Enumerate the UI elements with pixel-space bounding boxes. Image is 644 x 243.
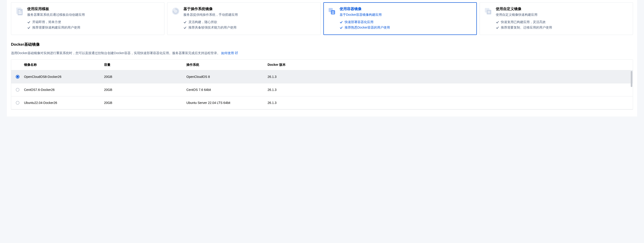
option-sub: 使用自定义镜像快速构建应用 — [496, 13, 629, 17]
cell-capacity: 20GB — [104, 88, 186, 92]
section-desc: 选用Docker基础镜像对实例进行重装系统时，您可以直接通过控制台创建Docke… — [11, 51, 633, 55]
cell-version: 26.1.3 — [268, 75, 628, 79]
os-icon — [171, 7, 180, 16]
header-name: 镜像名称 — [24, 63, 104, 67]
option-title: 基于操作系统镜像 — [184, 7, 317, 11]
feature-text: 推荐需要快速构建应用的用户使用 — [32, 25, 80, 30]
option-body: 基于操作系统镜像 服务器提供纯操作系统，手动搭建应用 灵活构建，随心所欲 推荐具… — [184, 7, 317, 31]
option-container-image[interactable]: 使用容器镜像 基于Docker容器镜像构建应用 快速部署容器化应用 推荐熟悉Do… — [323, 2, 477, 35]
custom-icon — [484, 7, 492, 16]
table-header: 镜像名称 容量 操作系统 Docker 版本 — [11, 60, 633, 70]
feature-item: 推荐熟悉Docker容器的用户使用 — [340, 25, 473, 30]
cell-name: CentOS7.6-Docker26 — [24, 88, 104, 92]
option-title: 使用容器镜像 — [340, 7, 473, 11]
feature-text: 推荐需要复制、迁移应用的用户使用 — [501, 25, 552, 30]
check-icon — [27, 26, 30, 29]
section-title: Docker基础镜像 — [11, 42, 633, 47]
template-icon — [15, 7, 24, 16]
cell-capacity: 20GB — [104, 101, 186, 105]
desc-text: 选用Docker基础镜像对实例进行重装系统时，您可以直接通过控制台创建Docke… — [11, 51, 220, 55]
option-body: 使用容器镜像 基于Docker容器镜像构建应用 快速部署容器化应用 推荐熟悉Do… — [340, 7, 473, 31]
option-sub: 基于Docker容器镜像构建应用 — [340, 13, 473, 17]
check-icon — [340, 20, 343, 24]
check-icon — [184, 20, 186, 24]
option-title: 使用自定义镜像 — [496, 7, 629, 11]
option-body: 使用自定义镜像 使用自定义镜像快速构建应用 快速复用已构建应用，灵活高效 推荐需… — [496, 7, 629, 31]
svg-rect-3 — [18, 12, 22, 12]
header-capacity: 容量 — [104, 63, 186, 67]
feature-item: 推荐需要复制、迁移应用的用户使用 — [496, 25, 629, 30]
svg-rect-10 — [333, 11, 334, 12]
scrollbar-thumb[interactable] — [631, 71, 632, 87]
radio-selected[interactable] — [16, 75, 20, 79]
header-docker-version: Docker 版本 — [268, 63, 628, 67]
feature-text: 灵活构建，随心所欲 — [188, 20, 217, 24]
svg-rect-11 — [332, 13, 333, 14]
option-sub: 服务器重装系统后通过模板自动创建应用 — [27, 13, 160, 17]
cell-name: Ubuntu22.04-Docker26 — [24, 101, 104, 105]
feature-text: 推荐具备较强技术能力的用户使用 — [188, 25, 236, 30]
check-icon — [496, 26, 499, 29]
option-title: 使用应用模板 — [27, 7, 160, 11]
cell-capacity: 20GB — [104, 75, 186, 79]
table-row[interactable]: CentOS7.6-Docker26 20GB CentOS 7.6 64bit… — [11, 83, 633, 96]
external-link-icon — [235, 51, 238, 55]
radio-unselected[interactable] — [16, 101, 20, 105]
feature-item: 推荐需要快速构建应用的用户使用 — [27, 25, 160, 30]
svg-rect-8 — [331, 10, 335, 14]
svg-rect-12 — [333, 13, 334, 14]
docker-image-table: 镜像名称 容量 操作系统 Docker 版本 OpenCloudOS8-Dock… — [11, 59, 633, 110]
option-app-template[interactable]: 使用应用模板 服务器重装系统后通过模板自动创建应用 开箱即用，简单方便 推荐需要… — [11, 2, 164, 35]
feature-item: 快速复用已构建应用，灵活高效 — [496, 20, 629, 24]
table-row[interactable]: Ubuntu22.04-Docker26 20GB Ubuntu Server … — [11, 96, 633, 109]
feature-item: 灵活构建，随心所欲 — [184, 20, 317, 24]
radio-unselected[interactable] — [16, 88, 20, 92]
cell-os: CentOS 7.6 64bit — [186, 88, 268, 92]
feature-item: 开箱即用，简单方便 — [27, 20, 160, 24]
feature-text: 快速复用已构建应用，灵活高效 — [501, 20, 546, 24]
link-text: 如何使用 — [221, 51, 234, 55]
check-icon — [27, 20, 30, 24]
header-os: 操作系统 — [186, 63, 268, 67]
check-icon — [184, 26, 186, 29]
option-os-image[interactable]: 基于操作系统镜像 服务器提供纯操作系统，手动搭建应用 灵活构建，随心所欲 推荐具… — [167, 2, 321, 35]
cell-name: OpenCloudOS8-Docker26 — [24, 75, 104, 79]
option-body: 使用应用模板 服务器重装系统后通过模板自动创建应用 开箱即用，简单方便 推荐需要… — [27, 7, 160, 31]
image-options-row: 使用应用模板 服务器重装系统后通过模板自动创建应用 开箱即用，简单方便 推荐需要… — [11, 2, 633, 35]
feature-text: 开箱即用，简单方便 — [32, 20, 61, 24]
main-panel: 使用应用模板 服务器重装系统后通过模板自动创建应用 开箱即用，简单方便 推荐需要… — [7, 0, 637, 116]
cell-os: Ubuntu Server 22.04 LTS 64bit — [186, 101, 268, 105]
svg-rect-9 — [332, 11, 333, 12]
svg-rect-15 — [488, 11, 490, 13]
check-icon — [340, 26, 343, 29]
how-to-use-link[interactable]: 如何使用 — [221, 51, 238, 55]
feature-text: 快速部署容器化应用 — [345, 20, 374, 24]
cell-os: OpenCloudOS 8 — [186, 75, 268, 79]
feature-item: 快速部署容器化应用 — [340, 20, 473, 24]
cell-version: 26.1.3 — [268, 88, 628, 92]
check-icon — [496, 20, 499, 24]
svg-rect-2 — [18, 10, 20, 11]
option-sub: 服务器提供纯操作系统，手动搭建应用 — [184, 13, 317, 17]
container-icon — [327, 7, 336, 16]
option-custom-image[interactable]: 使用自定义镜像 使用自定义镜像快速构建应用 快速复用已构建应用，灵活高效 推荐需… — [480, 2, 633, 35]
feature-item: 推荐具备较强技术能力的用户使用 — [184, 25, 317, 30]
table-row[interactable]: OpenCloudOS8-Docker26 20GB OpenCloudOS 8… — [11, 70, 633, 83]
cell-version: 26.1.3 — [268, 101, 628, 105]
feature-text: 推荐熟悉Docker容器的用户使用 — [345, 25, 390, 30]
svg-rect-4 — [18, 13, 22, 14]
